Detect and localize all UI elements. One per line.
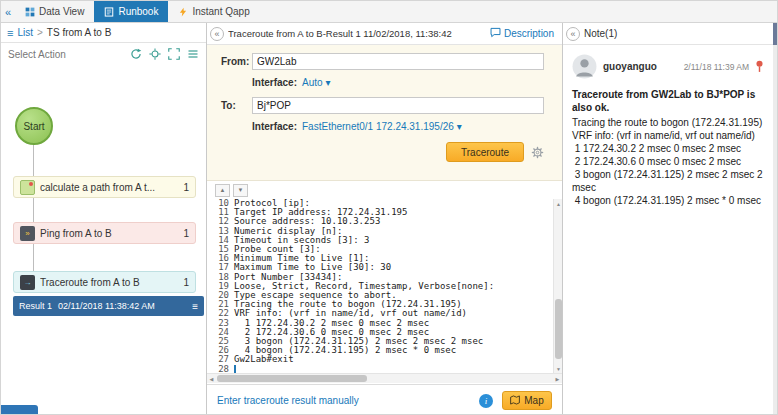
enter-result-manually-link[interactable]: Enter traceroute result manually: [217, 395, 359, 406]
text-cursor: [234, 365, 236, 373]
bottom-left-partial-button[interactable]: [1, 405, 38, 415]
map-button[interactable]: Map: [502, 391, 552, 410]
flow-canvas: Start calculate a path from A t... 1 » P…: [1, 65, 206, 415]
tab-instant-qapp-label: Instant Qapp: [192, 6, 249, 17]
page-scrollbar[interactable]: [773, 23, 778, 415]
note-item: guoyanguo 2/11/18 11:39 AM Traceroute fr…: [563, 45, 773, 207]
console-output[interactable]: 10Protocol [ip]:11Target IP address: 172…: [207, 199, 562, 373]
tab-data-view-label: Data View: [39, 6, 84, 17]
to-interface-value: FastEthernet0/1 172.24.31.195/26: [302, 121, 454, 132]
crosshair-icon[interactable]: [149, 48, 161, 60]
from-interface-select[interactable]: Auto ▾: [302, 77, 331, 88]
tab-runbook-label: Runbook: [118, 6, 158, 17]
scroll-down-button[interactable]: ▼: [233, 184, 248, 197]
note-title-text: Traceroute from GW2Lab to BJ*POP is also…: [572, 88, 764, 114]
data-view-icon: [25, 7, 35, 17]
flow-node-calculate-path[interactable]: calculate a path from A t... 1: [13, 176, 196, 198]
result-label: Result 1: [19, 301, 52, 311]
console-line: 27Gw2Lab#exit: [211, 355, 552, 364]
flow-node-label: Traceroute from A to B: [40, 277, 178, 288]
map-icon: [510, 395, 520, 407]
flow-start-node[interactable]: Start: [15, 107, 53, 145]
traceroute-icon: →: [20, 275, 35, 290]
console-line: 28: [211, 365, 552, 373]
note-line: 2 172.24.30.6 0 msec 0 msec 2 msec: [572, 155, 764, 168]
instant-qapp-icon: [178, 7, 188, 17]
fit-screen-icon[interactable]: [168, 48, 180, 60]
chevron-down-icon: ▾: [457, 121, 462, 132]
scrollbar-down-arrow-icon[interactable]: ▼: [554, 364, 562, 373]
flow-node-count: 1: [183, 277, 189, 288]
console-horizontal-scrollbar[interactable]: ◀ ▶: [207, 373, 562, 383]
tab-data-view[interactable]: Data View: [15, 1, 94, 22]
scrollbar-left-arrow-icon[interactable]: ◀: [207, 374, 216, 383]
flow-connector-line: [33, 145, 34, 273]
flow-node-label: calculate a path from A t...: [40, 182, 178, 193]
runbook-icon: [104, 7, 114, 17]
collapse-middle-panel-icon[interactable]: «: [210, 27, 224, 41]
scrollbar-right-arrow-icon[interactable]: ▶: [553, 374, 562, 383]
ping-icon: »: [20, 226, 35, 241]
to-interface-select[interactable]: FastEthernet0/1 172.24.31.195/26 ▾: [302, 121, 462, 132]
note-lines: Tracing the route to bogon (172.24.31.19…: [572, 116, 764, 207]
scroll-up-button[interactable]: ▲: [215, 184, 230, 197]
description-label: Description: [504, 28, 554, 39]
runbook-flow-panel: ≡ List > TS from A to B Select Action St…: [1, 23, 207, 415]
app-window: « Data View Runbook Instant Qapp ≡ List …: [0, 0, 778, 415]
map-button-label: Map: [524, 395, 543, 406]
select-action-label: Select Action: [8, 49, 66, 60]
flow-node-count: 1: [183, 182, 189, 193]
note-line: VRF info: (vrf in name/id, vrf out name/…: [572, 129, 764, 142]
note-line: 1 172.24.30.2 2 msec 0 msec 2 msec: [572, 142, 764, 155]
to-interface-label: Interface:: [252, 121, 297, 132]
flow-node-label: Ping from A to B: [40, 228, 178, 239]
result-timestamp: 02/11/2018 11:38:42 AM: [58, 301, 155, 311]
scrollbar-up-arrow-icon[interactable]: ▲: [554, 199, 562, 208]
menu-icon[interactable]: [187, 48, 199, 60]
note-line: 3 bogon (172.24.31.125) 2 msec 2 msec 2 …: [572, 168, 764, 194]
traceroute-button[interactable]: Traceroute: [446, 142, 524, 162]
collapse-note-panel-icon[interactable]: «: [566, 27, 580, 41]
breadcrumb-list-link[interactable]: List: [17, 27, 33, 38]
note-header-row: guoyanguo 2/11/18 11:39 AM: [572, 54, 764, 79]
from-label: From:: [221, 56, 252, 67]
chevron-down-icon: ▾: [326, 77, 331, 88]
info-icon[interactable]: i: [479, 394, 493, 408]
note-panel-title: Note(1): [584, 28, 617, 39]
refresh-icon[interactable]: [130, 48, 142, 60]
note-panel-header: « Note(1): [563, 23, 773, 45]
breadcrumb: ≡ List > TS from A to B: [1, 23, 206, 43]
tab-runbook[interactable]: Runbook: [94, 1, 168, 22]
start-label: Start: [23, 121, 44, 132]
console-toolbar: ▲ ▼: [207, 181, 562, 199]
result-row[interactable]: Result 1 02/11/2018 11:38:42 AM ≡: [13, 296, 204, 316]
note-panel: « Note(1) guoyanguo 2/11/18 11:39 AM Tra…: [563, 23, 773, 415]
avatar: [572, 54, 597, 79]
path-map-icon: [20, 180, 35, 195]
console-vertical-scrollbar[interactable]: ▲ ▼: [553, 199, 562, 373]
from-interface-value: Auto: [302, 77, 323, 88]
to-input[interactable]: [252, 97, 544, 114]
description-link[interactable]: Description: [482, 27, 562, 40]
middle-panel-footer: Enter traceroute result manually i Map: [207, 384, 562, 415]
pin-icon[interactable]: [755, 60, 764, 73]
result-menu-icon[interactable]: ≡: [192, 301, 198, 312]
breadcrumb-current: TS from A to B: [47, 27, 111, 38]
note-timestamp: 2/11/18 11:39 AM: [684, 62, 749, 72]
tab-instant-qapp[interactable]: Instant Qapp: [168, 1, 259, 22]
flow-node-ping[interactable]: » Ping from A to B 1: [13, 222, 196, 244]
description-bubble-icon: [490, 27, 501, 40]
note-line: 4 bogon (172.24.31.195) 2 msec * 0 msec: [572, 194, 764, 207]
page-scroll-thumb[interactable]: [773, 23, 778, 45]
horizontal-scroll-thumb[interactable]: [217, 375, 367, 382]
from-input[interactable]: [252, 53, 544, 70]
note-body: Traceroute from GW2Lab to BJ*POP is also…: [572, 88, 764, 207]
console-lines: 10Protocol [ip]:11Target IP address: 172…: [211, 199, 552, 373]
from-interface-label: Interface:: [252, 77, 297, 88]
list-icon: ≡: [7, 27, 13, 39]
vertical-scroll-thumb[interactable]: [555, 299, 562, 359]
collapse-left-icon[interactable]: «: [1, 1, 15, 22]
gear-icon[interactable]: [531, 146, 544, 159]
flow-node-traceroute[interactable]: → Traceroute from A to B 1: [13, 271, 196, 293]
to-label: To:: [221, 100, 252, 111]
